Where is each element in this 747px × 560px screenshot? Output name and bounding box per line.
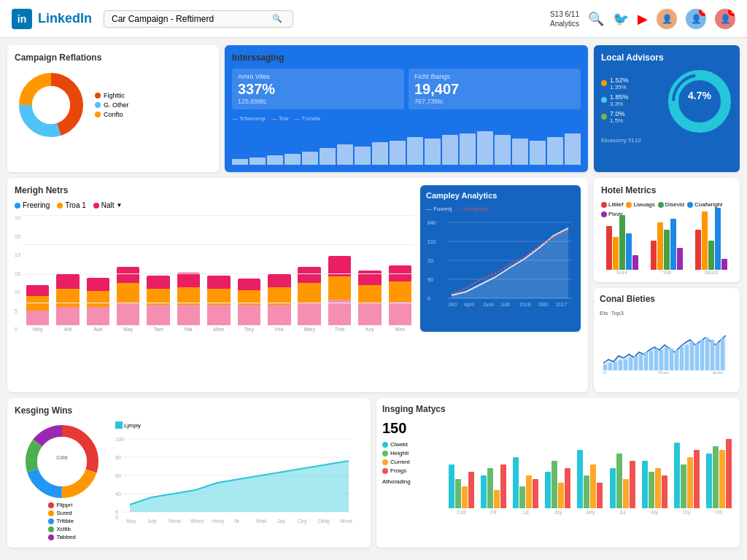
imp-bar: [425, 139, 441, 165]
ins-group: Fit: [479, 421, 508, 515]
insging-legend-3: Current: [382, 459, 441, 465]
la-legend-2: 1.85% 3.3%: [601, 93, 661, 107]
la-legend: 1.52% 1.35% 1.85% 3.3%: [601, 77, 661, 127]
svg-rect-28: [608, 363, 612, 370]
hotel-metrics-title: Hotel Metrics: [601, 185, 732, 195]
svg-text:0: 0: [427, 296, 430, 301]
bar-seg: [117, 303, 140, 325]
svg-text:Dktig: Dktig: [318, 518, 330, 524]
kw-area-chart-section: Ljmpiy 100 80 60 40: [115, 421, 363, 540]
bar-group: Ault: [84, 278, 112, 332]
bar-seg: [177, 305, 201, 325]
kw-dot: [48, 502, 54, 508]
filter-dot-3: [93, 203, 99, 209]
merge-title: Merigh Netrs: [15, 185, 414, 195]
hotel-metrics-card: Hotel Metrics Liitilef Liwuags Disevid: [594, 178, 740, 282]
filter-nalt[interactable]: Nalt ▼: [93, 201, 123, 209]
row2: Merigh Netrs Freering Troa 1: [7, 178, 740, 392]
ins-group: Aly: [640, 421, 670, 515]
filter-troa[interactable]: Troa 1: [57, 201, 86, 209]
filter-freering[interactable]: Freering: [15, 201, 50, 209]
svg-text:20: 20: [427, 258, 433, 263]
bar-label: Ant: [64, 327, 72, 332]
svg-text:40: 40: [115, 491, 121, 497]
hbar: [670, 219, 676, 270]
hbar: [664, 230, 670, 270]
svg-text:Whed: Whed: [190, 518, 204, 524]
grid-line: [23, 215, 414, 216]
svg-marker-72: [130, 461, 349, 512]
ins-label: Ld: [523, 510, 529, 515]
ins-bar: [694, 450, 700, 508]
bar-stack: [268, 274, 291, 325]
hotel-bar-group-2: Yutl: [646, 219, 687, 275]
svg-text:Nhod: Nhod: [340, 518, 352, 524]
ins-group: Jsy: [543, 421, 573, 515]
search-input[interactable]: [112, 14, 272, 24]
ins-bar: [649, 472, 654, 508]
svg-rect-40: [670, 349, 673, 370]
svg-text:Clry: Clry: [298, 518, 307, 524]
ins-group: Jul: [608, 421, 638, 515]
ins-bar-stack: [642, 421, 667, 508]
svg-rect-27: [603, 365, 607, 370]
ins-bar: [577, 450, 583, 508]
campaign-reflations-title: Campaign Reflations: [15, 52, 212, 63]
la-dot-2: [601, 97, 607, 103]
avatar-1[interactable]: 👤: [657, 9, 677, 29]
svg-text:5: 5: [115, 510, 118, 515]
avatar-3[interactable]: 👤 2: [715, 9, 735, 29]
filter-dot-2: [57, 203, 63, 209]
svg-rect-43: [685, 345, 689, 370]
svg-rect-35: [644, 352, 648, 370]
imp-bar: [285, 154, 301, 165]
svg-text:Ciitit: Ciitit: [56, 454, 68, 461]
bar-seg: [268, 305, 291, 325]
avatar-2[interactable]: 👤 0: [686, 9, 706, 29]
bar-seg: [358, 285, 382, 303]
ins-dot: [382, 459, 388, 465]
imp-bar: [390, 141, 406, 165]
bar-seg: [238, 279, 261, 290]
keeping-wins-title: Kesging Wins: [15, 405, 363, 416]
kw-legend-2: Sured: [48, 510, 75, 516]
dashboard: Campaign Reflations Fighttic: [0, 38, 747, 555]
ins-bar-stack: [449, 421, 474, 508]
imp-bar: [232, 159, 248, 165]
imp-bar: [407, 137, 423, 165]
search-icon[interactable]: 🔍: [272, 14, 282, 23]
la-dot-3: [601, 114, 607, 120]
search-nav-icon[interactable]: 🔍: [588, 11, 604, 27]
bar-label: Tam: [154, 327, 163, 332]
ins-bar: [494, 490, 500, 508]
bar-stack: [117, 267, 140, 325]
campaign-reflations-card: Campaign Reflations Fighttic: [7, 45, 219, 172]
ins-bar-stack: [545, 421, 570, 508]
bar-seg: [238, 305, 261, 325]
ins-bar: [719, 450, 725, 508]
cond-betas-title: Conal Bieties: [600, 294, 734, 304]
search-bar-container: 🔍: [104, 10, 293, 28]
ins-bar: [500, 464, 506, 508]
legend-disevid: Disevid: [658, 201, 684, 208]
twitter-icon[interactable]: 🐦: [613, 11, 629, 27]
ins-bar: [584, 475, 589, 508]
svg-text:April: April: [464, 302, 474, 308]
imp-bar: [477, 131, 493, 165]
linkedin-logo: in LinkedIn: [12, 9, 92, 29]
campaign-analytics-card: Campley Analytics — Fuwmij — Analytics: [420, 185, 581, 332]
bar-seg: [328, 300, 352, 325]
bar-seg: [207, 276, 231, 289]
svg-text:Hstry: Hstry: [212, 518, 225, 524]
row1: Campaign Reflations Fighttic: [7, 45, 740, 172]
ins-bar: [558, 483, 564, 508]
impressaging-bar-chart: [232, 125, 581, 165]
ins-bar: [662, 475, 667, 508]
legend-liwuags: Liwuags: [626, 201, 654, 208]
avatar-2-badge: 0: [699, 9, 706, 16]
hotel-bar-stack: [651, 219, 683, 270]
youtube-icon[interactable]: ▶: [638, 11, 648, 27]
ins-bar: [726, 439, 732, 508]
legend-coafwright: Coafwright: [687, 201, 722, 208]
bar-group: May: [114, 267, 142, 332]
